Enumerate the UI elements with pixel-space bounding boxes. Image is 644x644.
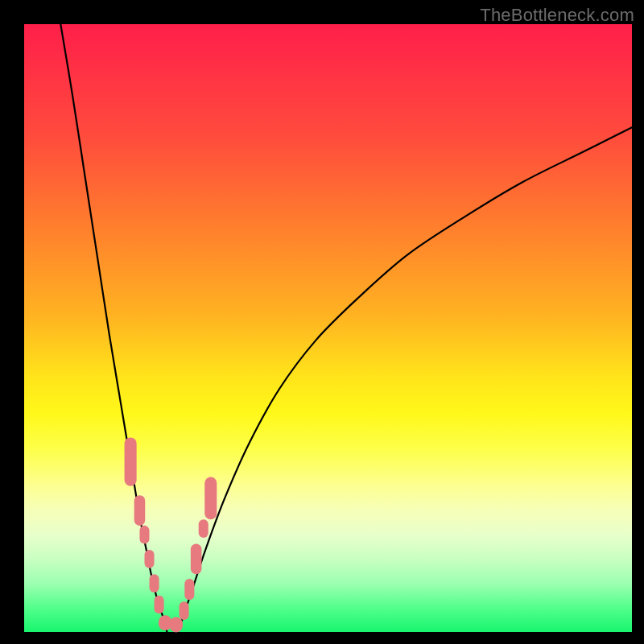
chart-frame: TheBottleneck.com [0, 0, 644, 644]
marker-point [144, 550, 154, 568]
marker-point [199, 519, 208, 538]
marker-point [184, 579, 194, 600]
curve-curve-right [176, 127, 632, 632]
curve-curve-left [60, 24, 167, 632]
marker-group [125, 437, 217, 632]
marker-point [169, 617, 183, 633]
chart-svg [0, 0, 644, 644]
marker-point [180, 601, 189, 620]
marker-point [125, 437, 137, 485]
marker-point [191, 544, 202, 575]
marker-point [204, 477, 217, 519]
marker-point [134, 495, 146, 526]
marker-point [139, 526, 149, 544]
marker-point [150, 574, 159, 592]
marker-point [155, 596, 164, 614]
